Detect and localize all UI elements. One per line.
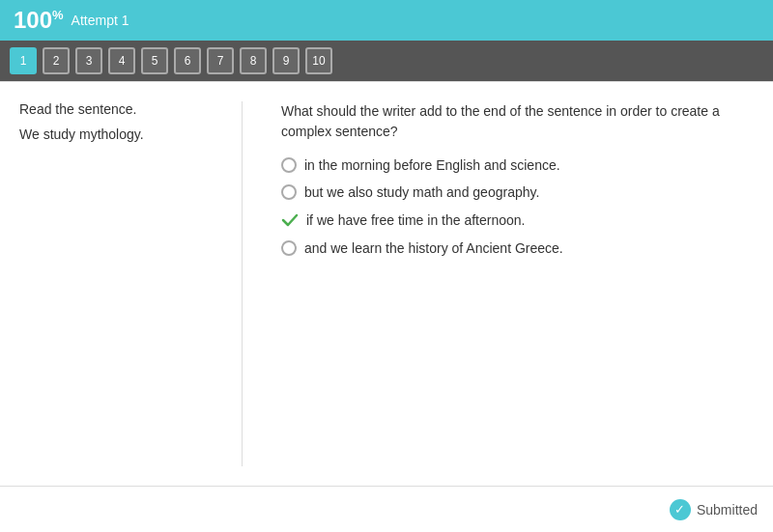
nav-button-4[interactable]: 4 — [108, 47, 135, 74]
submitted-label: Submitted — [697, 502, 758, 518]
nav-button-6[interactable]: 6 — [174, 47, 201, 74]
read-instruction: Read the sentence. — [19, 101, 193, 117]
nav-button-2[interactable]: 2 — [43, 47, 70, 74]
radio-circle — [281, 184, 297, 200]
option-item-b[interactable]: but we also study math and geography. — [281, 184, 754, 200]
options-list: in the morning before English and scienc… — [281, 157, 754, 256]
option-item-c[interactable]: if we have free time in the afternoon. — [281, 211, 754, 229]
nav-button-8[interactable]: 8 — [240, 47, 267, 74]
submitted-check-icon: ✓ — [670, 499, 691, 520]
divider — [242, 101, 243, 466]
header: 100% Attempt 1 — [0, 0, 773, 41]
question-text: What should the writer add to the end of… — [281, 101, 754, 142]
score-display: 100% — [14, 7, 64, 34]
radio-circle — [281, 240, 297, 256]
left-panel: Read the sentence. We study mythology. — [19, 101, 213, 466]
option-item-d[interactable]: and we learn the history of Ancient Gree… — [281, 240, 754, 256]
footer: ✓ Submitted — [0, 486, 773, 532]
option-text-b: but we also study math and geography. — [304, 184, 539, 200]
sentence-text: We study mythology. — [19, 126, 193, 142]
quiz-container: 100% Attempt 1 12345678910 Read the sent… — [0, 0, 773, 532]
question-nav: 12345678910 — [0, 41, 773, 81]
nav-button-10[interactable]: 10 — [305, 47, 332, 74]
nav-button-5[interactable]: 5 — [141, 47, 168, 74]
nav-button-9[interactable]: 9 — [272, 47, 300, 74]
submitted-badge: ✓ Submitted — [670, 499, 758, 520]
option-text-c: if we have free time in the afternoon. — [306, 212, 525, 228]
option-item-a[interactable]: in the morning before English and scienc… — [281, 157, 754, 173]
nav-button-1[interactable]: 1 — [10, 47, 37, 74]
option-text-a: in the morning before English and scienc… — [304, 157, 560, 173]
nav-button-3[interactable]: 3 — [75, 47, 102, 74]
score-suffix: % — [52, 8, 64, 22]
right-panel: What should the writer add to the end of… — [272, 101, 754, 466]
main-content: Read the sentence. We study mythology. W… — [0, 81, 773, 486]
nav-button-7[interactable]: 7 — [207, 47, 234, 74]
radio-circle — [281, 157, 297, 173]
option-text-d: and we learn the history of Ancient Gree… — [304, 240, 563, 256]
attempt-label: Attempt 1 — [72, 13, 129, 28]
score-value: 100 — [14, 7, 52, 33]
check-icon — [281, 211, 299, 229]
